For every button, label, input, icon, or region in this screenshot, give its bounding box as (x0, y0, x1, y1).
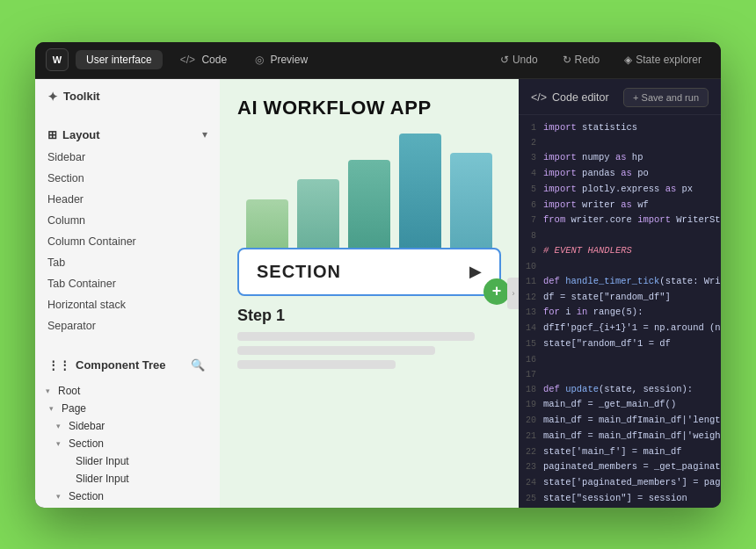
toolkit-title: ✦ Toolkit (47, 90, 207, 104)
layout-item-header[interactable]: Header (47, 189, 207, 210)
code-line: 10 (519, 259, 721, 274)
placeholder-line-2 (237, 346, 435, 355)
section-banner[interactable]: SECTION ▶ + (237, 248, 501, 296)
code-editor-header: </> Code editor + Save and run (519, 79, 721, 115)
tree-item-slider-2[interactable]: Slider Input (42, 470, 213, 488)
code-line: 12 df = state["random_df"] (519, 290, 721, 306)
save-run-button[interactable]: + Save and run (623, 88, 709, 107)
layout-item-horizontal-stack[interactable]: Horizontal stack (47, 294, 207, 315)
line-number: 13 (519, 306, 543, 319)
code-text: import plotly.express as px (543, 183, 693, 197)
line-number: 21 (519, 430, 543, 443)
code-text: # EVENT HANDLERS (543, 244, 632, 258)
code-line: 9# EVENT HANDLERS (519, 243, 721, 259)
code-line: 24 state['paginated_members'] = paginati (519, 475, 721, 491)
tree-item-hstack[interactable]: Horizontal stack (42, 505, 213, 508)
layout-item-column-container[interactable]: Column Container (47, 231, 207, 252)
layout-icon: ⊞ (47, 128, 57, 141)
code-text: main_df = main_dfImain_df|'weight_g' (543, 430, 721, 444)
tree-label: Slider Input (76, 455, 129, 467)
code-line: 23 paginated_members = _get_paginated_m (519, 459, 721, 475)
bar-chart (237, 134, 501, 248)
layout-item-tab[interactable]: Tab (47, 252, 207, 273)
collapse-handle[interactable]: › (507, 278, 519, 309)
code-editor-title: </> Code editor (531, 91, 609, 104)
code-line: 16 (519, 352, 721, 367)
undo-icon: ↺ (500, 54, 509, 66)
code-line: 2 (519, 135, 721, 150)
state-explorer-button[interactable]: ◈ State explorer (615, 50, 710, 69)
save-run-label: + Save and run (633, 92, 699, 103)
code-text: df = state["random_df"] (543, 291, 671, 305)
line-number: 9 (519, 244, 543, 257)
layout-item-section[interactable]: Section (47, 168, 207, 189)
toolkit-section: ✦ Toolkit (35, 79, 220, 109)
search-button[interactable]: 🔍 (188, 356, 207, 375)
undo-label: Undo (512, 54, 538, 66)
component-tree-label: Component Tree (76, 358, 166, 372)
canvas-area[interactable]: AI WORKFLOW APP SECTION ▶ + Step 1 (220, 79, 519, 508)
canvas-title: AI WORKFLOW APP (237, 97, 501, 119)
code-text: state["session"] = session (543, 492, 687, 506)
bar-3 (348, 160, 390, 248)
redo-icon: ↻ (563, 54, 571, 66)
layout-item-separator[interactable]: Separator (47, 315, 207, 336)
code-text: paginated_members = _get_paginated_m (543, 460, 721, 474)
line-number: 1 (519, 121, 543, 134)
code-text: state['paginated_members'] = paginati (543, 476, 721, 490)
code-brackets-icon: </> (531, 91, 547, 104)
tree-item-section-2[interactable]: ▾ Section (42, 488, 213, 505)
component-tree-header: ⋮⋮ Component Tree 🔍 (35, 347, 220, 382)
code-line: 20 main_df = main_dfImain_df|'length_cn (519, 413, 721, 429)
code-line: 17 (519, 367, 721, 382)
layout-item-sidebar[interactable]: Sidebar (47, 147, 207, 168)
chevron-down-icon: ▾ (56, 422, 69, 430)
tree-item-root[interactable]: ▾ Root (42, 382, 213, 400)
tree-label: Slider Input (76, 473, 129, 485)
cursor-icon: ▶ (469, 262, 482, 281)
tree-item-page-sidebar[interactable]: ▾ Sidebar (42, 417, 213, 435)
chevron-down-icon: ▾ (56, 439, 69, 448)
layout-item-tab-container[interactable]: Tab Container (47, 273, 207, 294)
tab-code[interactable]: </> Code (170, 50, 237, 69)
redo-label: Redo (575, 54, 600, 66)
code-content: 1import statistics23import numpy as hp4i… (519, 115, 721, 508)
redo-button[interactable]: ↻ Redo (554, 50, 609, 69)
undo-button[interactable]: ↺ Undo (491, 50, 547, 69)
tab-ui[interactable]: User interface (76, 50, 163, 69)
tree-item-slider-1[interactable]: Slider Input (42, 452, 213, 470)
layout-label: Layout (62, 128, 100, 141)
code-text: dfIf'pgcf_{i+1}'1 = np.around (np. r (543, 321, 721, 336)
layout-item-column[interactable]: Column (47, 210, 207, 231)
tree-item-page[interactable]: ▾ Page (42, 400, 213, 417)
tree-item-section-1[interactable]: ▾ Section (42, 435, 213, 452)
add-section-button[interactable]: + (483, 278, 510, 305)
line-number: 14 (519, 321, 543, 335)
code-line: 14 dfIf'pgcf_{i+1}'1 = np.around (np. r (519, 321, 721, 336)
component-tree-title: ⋮⋮ Component Tree (47, 358, 166, 372)
tab-ui-label: User interface (86, 54, 152, 66)
line-number: 4 (519, 167, 543, 180)
code-line: 21 main_df = main_dfImain_df|'weight_g' (519, 429, 721, 444)
toolkit-label: Toolkit (63, 90, 100, 103)
tab-preview[interactable]: ◎ Preview (244, 50, 318, 69)
bar-1 (246, 199, 288, 248)
bar-5 (450, 153, 492, 248)
tree-label: Page (62, 402, 86, 415)
line-number: 2 (519, 136, 543, 149)
code-text: state['main_f'] = main_df (543, 445, 682, 459)
code-line: 26 _update_metrics (state) (519, 507, 721, 508)
code-text: from writer.core import WriterState (543, 213, 721, 228)
step-title: Step 1 (237, 307, 501, 325)
code-icon: </> (180, 54, 195, 66)
code-text: def update(state, session): (543, 383, 693, 397)
layout-arrow-icon[interactable]: ▾ (202, 128, 207, 141)
code-line: 18def update(state, session): (519, 382, 721, 398)
code-text: import statistics (543, 121, 637, 135)
tree-label: Section (69, 437, 104, 450)
code-line: 1import statistics (519, 120, 721, 136)
code-text: import writer as wf (543, 199, 649, 213)
state-label: State explorer (636, 54, 701, 66)
code-editor-label: Code editor (552, 91, 609, 104)
bar-2 (297, 179, 339, 248)
